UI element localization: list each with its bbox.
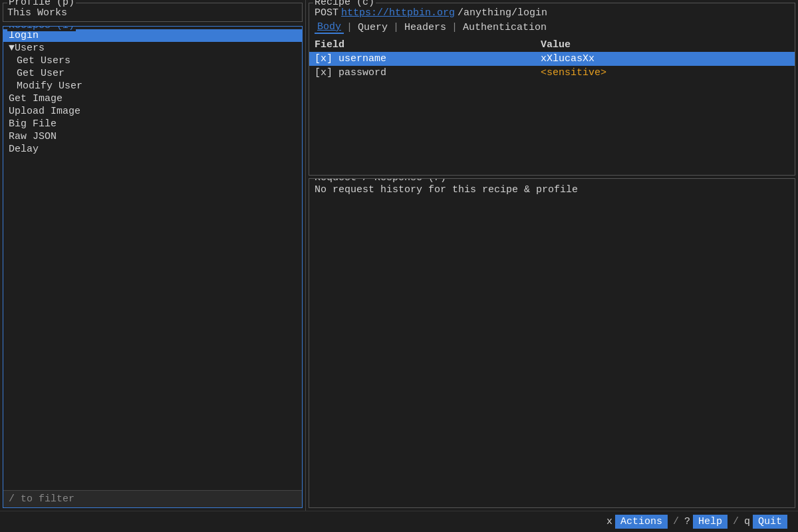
row-field-0: [x] username	[315, 53, 541, 65]
actions-button[interactable]: Actions	[615, 515, 668, 529]
quit-key: q	[744, 516, 750, 527]
tab-headers[interactable]: Headers	[402, 22, 449, 33]
row-value-0: xXlucasXx	[541, 53, 789, 65]
table-header: Field Value	[309, 38, 795, 52]
tab-authentication[interactable]: Authentication	[460, 22, 549, 33]
profile-section: Profile (p) This Works	[3, 3, 303, 22]
help-button[interactable]: Help	[693, 515, 728, 529]
recipes-section-title: Recipes (l)	[7, 26, 76, 31]
separator-1: /	[673, 516, 679, 527]
left-panel: Profile (p) This Works Recipes (l) login…	[0, 0, 306, 511]
recipe-detail-section: Recipe (c) POST https://httpbin.org /any…	[309, 3, 795, 176]
recipe-item-get-image[interactable]: Get Image	[3, 92, 302, 105]
row-value-1: <sensitive>	[541, 67, 789, 78]
recipes-section: Recipes (l) login▼UsersGet UsersGet User…	[3, 26, 303, 508]
recipe-item-big-file[interactable]: Big File	[3, 118, 302, 130]
filter-placeholder: / to filter	[9, 493, 74, 505]
recipe-item-modify-user[interactable]: Modify User	[3, 80, 302, 92]
request-response-content: No request history for this recipe & pro…	[309, 179, 795, 507]
actions-key: x	[606, 516, 612, 527]
request-response-section: Request / Response (r) No request histor…	[309, 178, 795, 508]
tab-body[interactable]: Body	[315, 21, 344, 34]
recipe-item-delay[interactable]: Delay	[3, 143, 302, 156]
header-field: Field	[315, 39, 541, 51]
request-response-title: Request / Response (r)	[313, 178, 448, 184]
separator-2: /	[733, 516, 739, 527]
tab-query[interactable]: Query	[355, 22, 390, 33]
url-path: /anything/login	[458, 7, 547, 19]
right-panel: Recipe (c) POST https://httpbin.org /any…	[306, 0, 798, 511]
recipe-detail-title: Recipe (c)	[313, 0, 376, 8]
recipe-item-users[interactable]: ▼Users	[3, 42, 302, 55]
bottom-actions: x Actions / ? Help / q Quit	[606, 515, 787, 529]
recipe-tabs: Body | Query | Headers | Authentication	[309, 20, 795, 35]
body-table: Field Value [x] usernamexXlucasXx[x] pas…	[309, 35, 795, 175]
http-method: POST	[315, 7, 338, 19]
table-rows-container: [x] usernamexXlucasXx[x] password<sensit…	[309, 52, 795, 80]
help-key: ?	[684, 516, 690, 527]
main-layout: Profile (p) This Works Recipes (l) login…	[0, 0, 798, 511]
recipe-item-raw-json[interactable]: Raw JSON	[3, 130, 302, 143]
recipe-item-get-user[interactable]: Get User	[3, 67, 302, 80]
bottom-bar: x Actions / ? Help / q Quit	[0, 511, 798, 532]
recipes-list: login▼UsersGet UsersGet UserModify UserG…	[3, 27, 302, 490]
row-field-1: [x] password	[315, 67, 541, 78]
url-base[interactable]: https://httpbin.org	[341, 7, 455, 19]
recipe-item-get-users[interactable]: Get Users	[3, 55, 302, 67]
header-value: Value	[541, 39, 789, 51]
table-row[interactable]: [x] password<sensitive>	[309, 66, 795, 80]
recipe-item-upload-image[interactable]: Upload Image	[3, 105, 302, 118]
quit-button[interactable]: Quit	[753, 515, 787, 529]
table-row[interactable]: [x] usernamexXlucasXx	[309, 52, 795, 66]
recipe-url-bar: POST https://httpbin.org /anything/login	[309, 3, 795, 20]
filter-bar[interactable]: / to filter	[3, 490, 302, 507]
empty-message: No request history for this recipe & pro…	[315, 184, 578, 196]
profile-section-title: Profile (p)	[7, 0, 76, 8]
